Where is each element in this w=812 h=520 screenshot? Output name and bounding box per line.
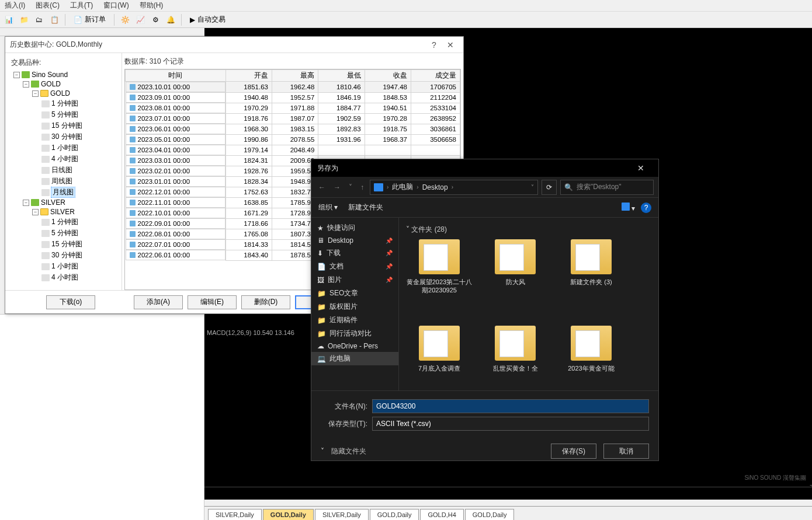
- main-menu[interactable]: 插入(I) 图表(C) 工具(T) 窗口(W) 帮助(H): [0, 0, 812, 12]
- menu-tools[interactable]: 工具(T): [70, 1, 93, 11]
- saveas-sidebar[interactable]: ★ 快捷访问 🖥 Desktop📌 ⬇ 下载📌 📄 文档📌 🖼 图片📌 📁 SE…: [311, 218, 399, 390]
- tree-timeframe[interactable]: 5 分钟图: [5, 228, 122, 239]
- table-row[interactable]: 2023.04.01 00:00 1979.142048.49: [126, 145, 460, 155]
- help-icon[interactable]: ?: [641, 203, 651, 213]
- column-header[interactable]: 最高: [272, 70, 318, 82]
- folder-item[interactable]: 7月底入金调查: [401, 323, 477, 390]
- tree-timeframe[interactable]: 4 小时图: [5, 272, 122, 283]
- symbol-tree[interactable]: 交易品种: −Sino Sound −GOLD −GOLD 1 分钟图5 分钟图…: [5, 53, 122, 290]
- table-row[interactable]: 2023.10.01 00:00 1851.631962.481810.4619…: [126, 82, 460, 93]
- nav-up-icon[interactable]: ↑: [358, 183, 366, 191]
- chevron-down-icon[interactable]: ˅: [321, 447, 324, 455]
- folder-item[interactable]: 2023年黄金可能: [553, 323, 629, 390]
- tree-group-silver[interactable]: −SILVER: [5, 198, 122, 207]
- hide-folders-toggle[interactable]: 隐藏文件夹: [331, 446, 366, 456]
- menu-help[interactable]: 帮助(H): [140, 1, 164, 11]
- new-order-button[interactable]: 📄 新订单: [70, 13, 110, 26]
- search-input[interactable]: 🔍 搜索"Desktop": [560, 180, 654, 195]
- folder-item[interactable]: 新建文件夹 (3): [553, 237, 629, 323]
- toolbar-icon[interactable]: 📁: [18, 13, 30, 26]
- organize-menu[interactable]: 组织 ▾: [318, 203, 338, 212]
- table-row[interactable]: 2023.07.01 00:00 1918.761987.071902.5919…: [126, 113, 460, 124]
- view-mode-icon[interactable]: ▾: [622, 203, 635, 212]
- cancel-button[interactable]: 取消: [603, 444, 649, 459]
- chart-tabs[interactable]: SILVER,DailyGOLD,DailySILVER,DailyGOLD,D…: [204, 506, 812, 520]
- folder-view[interactable]: ˅ 文件夹 (28) 黄金展望2023第二十八期20230925 防大风 新建文…: [399, 218, 658, 390]
- toolbar-icon[interactable]: 📋: [48, 13, 61, 26]
- column-header[interactable]: 最低: [318, 70, 365, 82]
- table-row[interactable]: 2023.05.01 00:00 1990.862078.551931.9619…: [126, 134, 460, 145]
- close-icon[interactable]: ✕: [442, 40, 459, 50]
- delete-button[interactable]: 删除(D): [241, 295, 290, 309]
- path-segment[interactable]: Desktop: [422, 183, 448, 191]
- close-icon[interactable]: ✕: [629, 163, 653, 173]
- sidebar-item[interactable]: ☁ OneDrive - Pers: [311, 340, 398, 352]
- sidebar-item[interactable]: 📁 同行活动对比: [311, 327, 398, 340]
- menu-chart[interactable]: 图表(C): [36, 1, 60, 11]
- toolbar-icon[interactable]: 📈: [134, 13, 147, 26]
- toolbar-icon[interactable]: 🔔: [164, 13, 177, 26]
- tree-timeframe[interactable]: 月线图: [5, 187, 122, 198]
- edit-button[interactable]: 编辑(E): [188, 295, 237, 309]
- tree-timeframe[interactable]: 1 分钟图: [5, 217, 122, 228]
- sidebar-item[interactable]: 📁 版权图片: [311, 300, 398, 313]
- tree-timeframe[interactable]: 1 小时图: [5, 261, 122, 272]
- folder-item[interactable]: 乱世买黄金！全: [477, 323, 553, 390]
- saveas-titlebar[interactable]: 另存为 ✕: [311, 159, 658, 177]
- tree-timeframe[interactable]: 15 分钟图: [5, 120, 122, 131]
- tree-timeframe[interactable]: 日线图: [5, 165, 122, 176]
- table-row[interactable]: 2023.06.01 00:00 1968.301983.151892.8319…: [126, 124, 460, 134]
- column-header[interactable]: 收盘: [365, 70, 411, 82]
- toolbar-icon[interactable]: 📊: [2, 13, 15, 26]
- chart-tab[interactable]: GOLD,Daily: [465, 509, 515, 520]
- chevron-down-icon[interactable]: ˅: [346, 183, 355, 191]
- toolbar-icon[interactable]: ⚙: [149, 13, 162, 26]
- tree-timeframe[interactable]: 30 分钟图: [5, 131, 122, 142]
- sidebar-item[interactable]: ⬇ 下载📌: [311, 246, 398, 260]
- menu-insert[interactable]: 插入(I): [5, 1, 25, 11]
- dialog-titlebar[interactable]: 历史数据中心: GOLD,Monthly ? ✕: [5, 37, 463, 53]
- tree-symbol-silver[interactable]: −SILVER: [5, 207, 122, 217]
- tree-timeframe[interactable]: 30 分钟图: [5, 250, 122, 261]
- chart-tab[interactable]: GOLD,Daily: [370, 509, 419, 520]
- path-segment[interactable]: 此电脑: [392, 182, 413, 192]
- filetype-select[interactable]: ASCII Text (*.csv): [372, 417, 649, 431]
- chevron-down-icon[interactable]: ˅: [531, 184, 534, 190]
- chart-tab[interactable]: SILVER,Daily: [315, 509, 369, 520]
- tree-group-gold[interactable]: −GOLD: [5, 79, 122, 89]
- table-row[interactable]: 2023.08.01 00:00 1970.291971.881884.7719…: [126, 103, 460, 113]
- tree-timeframe[interactable]: 4 小时图: [5, 153, 122, 165]
- save-button[interactable]: 保存(S): [551, 444, 596, 459]
- column-header[interactable]: 开盘: [225, 70, 272, 82]
- sidebar-item[interactable]: 💻 此电脑: [311, 352, 398, 365]
- sidebar-item[interactable]: 📁 SEO文章: [311, 287, 398, 300]
- sidebar-item[interactable]: ★ 快捷访问: [311, 221, 398, 235]
- sidebar-item[interactable]: 📁 近期稿件: [311, 313, 398, 327]
- download-button[interactable]: 下载(o): [46, 295, 95, 309]
- refresh-icon[interactable]: ⟳: [542, 180, 557, 195]
- nav-back-icon[interactable]: ←: [316, 183, 328, 191]
- nav-forward-icon[interactable]: →: [331, 183, 343, 191]
- folder-item[interactable]: 防大风: [477, 237, 553, 323]
- tree-root[interactable]: −Sino Sound: [5, 70, 122, 79]
- sidebar-item[interactable]: 📄 文档📌: [311, 260, 398, 273]
- new-folder-button[interactable]: 新建文件夹: [348, 203, 383, 212]
- tree-timeframe[interactable]: 1 小时图: [5, 142, 122, 153]
- table-row[interactable]: 2023.09.01 00:00 1940.481952.571846.1918…: [126, 92, 460, 103]
- column-header[interactable]: 时间: [126, 70, 226, 82]
- help-icon[interactable]: ?: [426, 40, 442, 50]
- tree-timeframe[interactable]: 1 分钟图: [5, 98, 122, 109]
- tree-timeframe[interactable]: 周线图: [5, 176, 122, 187]
- add-button[interactable]: 添加(A): [134, 295, 183, 309]
- filename-input[interactable]: GOLD43200: [372, 399, 649, 413]
- chart-tab[interactable]: GOLD,H4: [420, 509, 463, 520]
- tree-symbol-gold[interactable]: −GOLD: [5, 89, 122, 98]
- sidebar-item[interactable]: 🖥 Desktop📌: [311, 235, 398, 246]
- folder-item[interactable]: 黄金展望2023第二十八期20230925: [401, 237, 477, 323]
- menu-window[interactable]: 窗口(W): [103, 1, 129, 11]
- toolbar-icon[interactable]: 🔆: [119, 13, 131, 26]
- sidebar-item[interactable]: 🖼 图片📌: [311, 273, 398, 287]
- auto-trade-button[interactable]: ▶ 自动交易: [186, 13, 230, 26]
- toolbar-icon[interactable]: 🗂: [33, 13, 46, 26]
- chart-tab[interactable]: SILVER,Daily: [208, 509, 262, 520]
